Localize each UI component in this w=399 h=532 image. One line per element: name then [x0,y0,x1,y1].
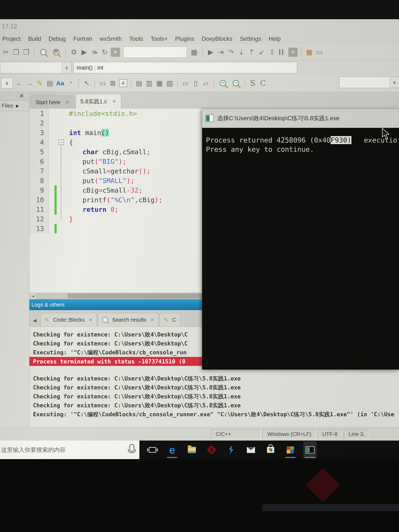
colors-icon[interactable] [284,442,297,458]
menu-tools[interactable]: Tools [129,35,143,42]
step-out-icon[interactable]: ⇡ [247,46,257,58]
highlight-icon[interactable]: ✎ [35,77,45,89]
debug-tools: ▦▶⇥↷⇣⇡↙⇩▎▎✕▦▭ [189,46,325,58]
menu-doxyblocks[interactable]: DoxyBlocks [202,35,233,42]
code-completion-row: ∨ main() : int [0,60,399,75]
tab-source-file[interactable]: 5.8实践1.c✕ [76,94,121,109]
back-icon[interactable]: ← [14,77,24,89]
menu-settings[interactable]: Settings [240,35,261,42]
line-number: 8 [29,176,49,185]
close-tab-icon[interactable]: ✕ [112,98,116,104]
source-view-icon[interactable]: S [247,77,258,89]
panel-tool-3-icon[interactable]: ▦ [154,77,165,89]
cut-icon[interactable]: ✂ [1,46,11,58]
menu-help[interactable]: Help [269,35,281,42]
panel-tool-2-icon[interactable]: ▥ [144,77,154,89]
menu-tools-[interactable]: Tools+ [151,35,168,42]
log-line: Checking for existence: C:\Users\敗4\Desk… [29,383,399,392]
find-icon[interactable] [40,49,47,56]
step-into-icon[interactable]: ⇣ [236,46,247,58]
scope-combobox[interactable]: ∨ [0,62,72,73]
panel-tool-1-icon[interactable]: ▤ [134,77,144,89]
tab-scroll-left-icon[interactable]: ◀ [30,314,39,327]
regex-icon[interactable]: .* [65,77,76,89]
chevron-down-icon[interactable]: ∨ [390,77,399,88]
next-instruction-icon[interactable]: ↙ [257,46,267,58]
close-management-icon[interactable]: ✕ [19,92,24,99]
shape-tool-3-icon[interactable]: ▱ [201,77,211,89]
search-combobox[interactable]: ∨ [339,77,399,88]
debugging-windows-icon[interactable]: ▦ [304,46,314,58]
text-tool-icon[interactable]: A [119,79,127,87]
symbol-combobox[interactable]: main() : int [73,62,297,73]
tab-files[interactable]: Files ▶ [0,101,29,111]
taskview-icon[interactable] [146,442,159,458]
mic-icon[interactable] [129,444,134,452]
log-tab-c[interactable]: ✎C [160,313,180,327]
omen-icon[interactable] [205,442,218,458]
pointer-icon[interactable]: ↖ [82,77,92,89]
project-tree-area[interactable] [0,111,29,427]
chevron-down-icon[interactable]: ∨ [62,62,71,73]
code-token: "%C\n" [110,196,134,204]
forward-icon[interactable]: → [24,77,35,89]
taskbar-search-input[interactable]: 这里输入你要搜索的内容 [0,441,139,459]
compile-target-icon[interactable]: ▦ [189,46,199,58]
zoom-in-icon[interactable] [220,80,226,86]
rebuild-icon[interactable]: ↻ [100,46,110,58]
shape-tool-2-icon[interactable]: ▯ [190,77,201,89]
file-explorer-icon[interactable] [185,442,198,458]
copy-icon[interactable]: ❐ [11,46,21,58]
pause-icon[interactable]: ▎▎ [277,46,287,58]
shape-tool-1-icon[interactable]: ▭ [180,77,190,89]
next-line-icon[interactable]: ↷ [226,46,236,58]
log-tab-label: C [172,317,176,323]
bookmark-icon[interactable]: ▤ [45,77,55,89]
menu-wxsmith[interactable]: wxSmith [100,35,122,42]
content-view-icon[interactable]: C [258,77,268,89]
build-icon[interactable]: ⚙ [69,46,79,58]
close-tab-icon[interactable]: ✕ [65,99,70,105]
log-tab-code-blocks[interactable]: ✎Code::Blocks✕ [40,313,97,327]
abort-icon[interactable]: ✕ [111,48,120,57]
fold-marker-icon[interactable]: – [59,139,64,145]
panel-tool-4-icon[interactable]: ▧ [165,77,175,89]
match-case-icon[interactable]: Aa [55,77,65,89]
find-in-files-icon[interactable] [53,49,59,56]
lightning-icon[interactable] [225,442,238,458]
run-to-cursor-icon[interactable]: ⇥ [216,46,226,58]
mail-icon[interactable] [244,442,258,458]
tab-start-here[interactable]: Start here✕ [31,96,75,109]
console-titlebar[interactable]: 选择C:\Users\敗4\Desktop\C练习\5.8实践1.exe [202,109,399,128]
menu-debug[interactable]: Debug [49,35,66,42]
frame-tool-icon[interactable]: ▭ [97,77,108,89]
zoom-out-icon[interactable] [232,80,239,86]
paste-icon[interactable]: ❒ [21,46,32,58]
edge-icon[interactable]: e [165,442,179,458]
menu-project[interactable]: Project [2,35,21,42]
stop-icon[interactable]: ✕ [288,48,298,57]
scroll-left-icon[interactable]: ◂ [29,293,37,299]
console-line-2: Press any key to continue. [206,145,399,154]
build-target-combobox[interactable] [123,46,187,58]
build-and-run-icon[interactable]: ⚙▸ [89,46,100,58]
image-tool-icon[interactable]: ⊠ [108,77,118,89]
line-number: 6 [29,157,49,166]
menu-build[interactable]: Build [28,35,41,42]
menu-plugins[interactable]: Plugins [175,35,194,42]
debug-info-icon[interactable]: ▭ [314,46,325,58]
close-tab-icon[interactable]: ✕ [150,317,154,323]
close-tab-icon[interactable]: ✕ [89,317,93,323]
run-icon[interactable]: ▶ [79,46,89,58]
store-icon[interactable] [264,442,277,458]
debug-continue-icon[interactable]: ▶ [205,46,216,58]
scrollbar-thumb[interactable] [68,293,208,298]
overflow-chevron-icon[interactable]: ∨ [1,78,13,89]
console-window-icon[interactable] [303,442,317,458]
code-token: cBig [82,186,98,194]
tab-scroll-right-icon[interactable]: ▶ [16,104,19,108]
code-text: int main() [49,128,109,138]
menu-fortran[interactable]: Fortran [73,35,92,42]
log-tab-search-results[interactable]: Search results✕ [98,313,158,327]
step-into-instruction-icon[interactable]: ⇩ [267,46,277,58]
